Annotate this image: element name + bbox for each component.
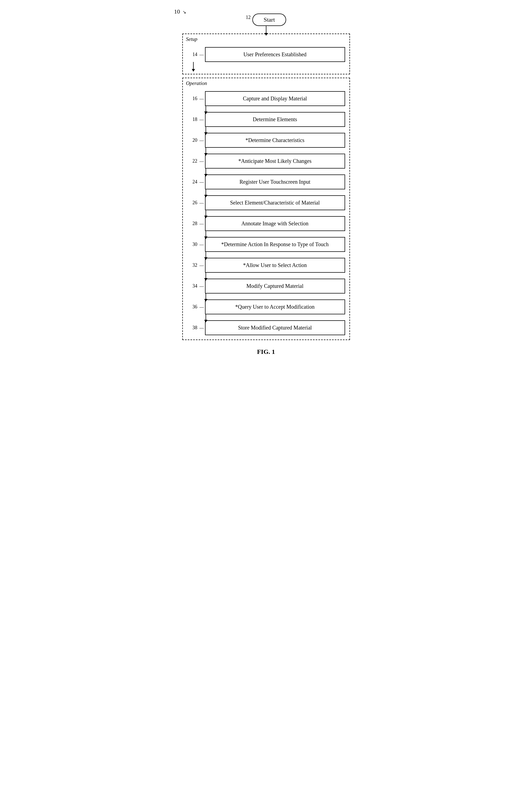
step-36-number: 36 bbox=[187, 304, 197, 310]
operation-label: Operation bbox=[186, 80, 207, 86]
arrow-34 bbox=[187, 294, 345, 299]
arrow-30 bbox=[187, 252, 345, 258]
setup-label: Setup bbox=[186, 36, 197, 42]
step-22-dash: — bbox=[200, 159, 204, 164]
step-34-box: Modify Captured Material bbox=[205, 279, 345, 294]
step-32-number: 32 bbox=[187, 262, 197, 268]
step-36-dash: — bbox=[200, 305, 204, 310]
setup-box: Setup 14 — User Preferences Established bbox=[182, 34, 350, 74]
step-30-box: *Determine Action In Response to Type of… bbox=[205, 237, 345, 252]
step-20-number: 20 bbox=[187, 137, 197, 143]
start-node: Start bbox=[252, 14, 286, 26]
step-20-box: *Determine Characteristics bbox=[205, 133, 345, 148]
step-30-dash: — bbox=[200, 242, 204, 247]
step-38-row: 38—Store Modified Captured Material bbox=[187, 320, 345, 335]
arrow-28 bbox=[187, 231, 345, 237]
step-24-row: 24—Register User Touchscreen Input bbox=[187, 174, 345, 189]
step-32-dash: — bbox=[200, 263, 204, 268]
step-14-dash: — bbox=[200, 52, 204, 57]
step-34-number: 34 bbox=[187, 283, 197, 289]
start-node-label: 12 bbox=[246, 15, 251, 20]
step-16-dash: — bbox=[200, 96, 204, 101]
step-14-row: 14 — User Preferences Established bbox=[187, 47, 345, 62]
step-22-box: *Anticipate Most Likely Changes bbox=[205, 154, 345, 169]
step-14-number: 14 bbox=[187, 52, 197, 57]
step-30-row: 30—*Determine Action In Response to Type… bbox=[187, 237, 345, 252]
step-30-number: 30 bbox=[187, 242, 197, 247]
step-38-box: Store Modified Captured Material bbox=[205, 320, 345, 335]
step-34-row: 34—Modify Captured Material bbox=[187, 279, 345, 294]
arrow-16 bbox=[187, 106, 345, 112]
step-32-box: *Allow User to Select Action bbox=[205, 258, 345, 273]
arrow-24 bbox=[187, 189, 345, 195]
step-36-box: *Query User to Accept Modification bbox=[205, 299, 345, 314]
arrow-20 bbox=[187, 148, 345, 154]
step-26-number: 26 bbox=[187, 200, 197, 206]
step-34-dash: — bbox=[200, 284, 204, 289]
step-22-row: 22—*Anticipate Most Likely Changes bbox=[187, 154, 345, 169]
step-26-box: Select Element/Characteristic of Materia… bbox=[205, 195, 345, 210]
arrow-32 bbox=[187, 273, 345, 279]
step-38-dash: — bbox=[200, 325, 204, 330]
step-32-row: 32—*Allow User to Select Action bbox=[187, 258, 345, 273]
step-24-box: Register User Touchscreen Input bbox=[205, 174, 345, 189]
step-26-row: 26—Select Element/Characteristic of Mate… bbox=[187, 195, 345, 210]
step-28-dash: — bbox=[200, 221, 204, 226]
start-area: 12 Start bbox=[182, 14, 350, 34]
arrow-36 bbox=[187, 314, 345, 320]
arrow-26 bbox=[187, 210, 345, 216]
figure-caption: FIG. 1 bbox=[182, 348, 350, 355]
arrow-22 bbox=[187, 169, 345, 174]
figure-number: 10 ↘ bbox=[174, 8, 186, 15]
step-20-row: 20—*Determine Characteristics bbox=[187, 133, 345, 148]
step-20-dash: — bbox=[200, 138, 204, 143]
step-22-number: 22 bbox=[187, 158, 197, 164]
step-18-box: Determine Elements bbox=[205, 112, 345, 127]
step-16-number: 16 bbox=[187, 96, 197, 101]
step-16-box: Capture and Display Material bbox=[205, 91, 345, 106]
step-18-number: 18 bbox=[187, 117, 197, 122]
step-28-row: 28—Annotate Image with Selection bbox=[187, 216, 345, 231]
step-28-box: Annotate Image with Selection bbox=[205, 216, 345, 231]
step-18-row: 18—Determine Elements bbox=[187, 112, 345, 127]
operation-box: Operation 16—Capture and Display Materia… bbox=[182, 78, 350, 340]
step-16-row: 16—Capture and Display Material bbox=[187, 91, 345, 106]
step-26-dash: — bbox=[200, 201, 204, 205]
step-38-number: 38 bbox=[187, 325, 197, 331]
step-24-dash: — bbox=[200, 180, 204, 185]
step-24-number: 24 bbox=[187, 179, 197, 185]
step-28-number: 28 bbox=[187, 221, 197, 226]
arrow-icon: ↘ bbox=[183, 10, 186, 15]
step-36-row: 36—*Query User to Accept Modification bbox=[187, 299, 345, 314]
page: 10 ↘ 12 Start Setup 14 — User Preference… bbox=[171, 5, 361, 372]
arrow-18 bbox=[187, 127, 345, 133]
step-18-dash: — bbox=[200, 117, 204, 122]
step-14-box: User Preferences Established bbox=[205, 47, 345, 62]
